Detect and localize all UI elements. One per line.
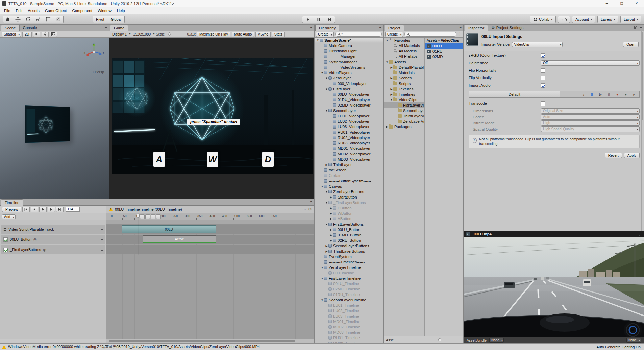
game-viewport[interactable]: press "Spacebar" to start A W D xyxy=(109,38,314,199)
scrollbar-thumb[interactable] xyxy=(642,32,643,120)
disclosure-arrow-icon[interactable]: ▼ xyxy=(325,88,328,91)
apply-button[interactable]: Apply xyxy=(624,153,640,158)
project-folder[interactable]: ▶ DefaultPlayables xyxy=(384,65,424,70)
hierarchy-item[interactable]: ▶ WButton xyxy=(315,211,383,216)
tab-project-settings[interactable]: ⚙Project Settings xyxy=(488,24,527,31)
disclosure-arrow-icon[interactable]: ▼ xyxy=(320,266,324,269)
hierarchy-item[interactable]: ▼ FirstLayerButtons xyxy=(315,221,383,227)
hierarchy-item[interactable]: MD02_Videoplayer xyxy=(315,151,383,157)
webgl-platform-icon[interactable]: ● xyxy=(614,92,621,97)
move-tool-icon[interactable] xyxy=(13,16,23,23)
track-active-checkbox[interactable] xyxy=(3,248,8,252)
disclosure-arrow-icon[interactable]: ▶ xyxy=(390,88,393,91)
disclosure-arrow-icon[interactable]: ▶ xyxy=(329,239,333,242)
edit-mode-replace-icon[interactable] xyxy=(151,214,155,219)
marker-toggle-icon[interactable] xyxy=(156,214,161,219)
panel-menu-icon[interactable]: ≡ xyxy=(460,25,462,29)
default-platform-icon[interactable]: ↓ xyxy=(580,92,587,97)
project-asset[interactable]: 01RU xyxy=(425,49,463,54)
rotate-tool-icon[interactable] xyxy=(23,16,33,23)
timeline-hscrollbar[interactable] xyxy=(106,339,314,343)
disclosure-arrow-icon[interactable]: ▶ xyxy=(325,163,328,166)
timeline-clip-area[interactable]: 00LU Active xyxy=(106,225,314,339)
track-menu-icon[interactable]: ≡ xyxy=(101,237,103,241)
panel-menu-icon[interactable]: ≡ xyxy=(310,25,312,29)
flip-horizontally-checkbox[interactable] xyxy=(541,68,545,73)
hierarchy-item[interactable]: ▼ FirstLayerTimeline xyxy=(315,276,383,281)
hierarchy-item[interactable]: EventSystem xyxy=(315,254,383,259)
hierarchy-item[interactable]: 01RU_Timeline xyxy=(315,292,383,297)
track-active-checkbox[interactable] xyxy=(3,237,8,242)
pivot-toggle[interactable]: Pivot xyxy=(93,16,107,23)
transcode-checkbox[interactable] xyxy=(541,101,545,106)
tvos-platform-icon[interactable]: tv xyxy=(597,92,604,97)
hierarchy-item[interactable]: MD03_Videoplayer xyxy=(315,157,383,162)
hierarchy-item[interactable]: MD01_Videoplayer xyxy=(315,146,383,151)
assetbundle-variant-dropdown[interactable]: None xyxy=(626,338,641,343)
standalone-platform-icon[interactable]: ⊞ xyxy=(589,92,595,97)
disclosure-arrow-icon[interactable]: ▶ xyxy=(325,244,328,248)
disclosure-arrow-icon[interactable]: ▶ xyxy=(390,93,393,96)
hierarchy-item[interactable]: theScreen xyxy=(315,167,383,173)
hierarchy-item[interactable]: ▼ FisrtLayer xyxy=(315,86,383,92)
disclosure-arrow-icon[interactable]: ▼ xyxy=(325,201,328,204)
tab-inspector[interactable]: Inspector xyxy=(465,25,488,31)
resolution-dropdown[interactable]: 1920x1080 xyxy=(132,32,154,36)
menu-item[interactable]: File xyxy=(1,7,13,14)
transform-tool-icon[interactable] xyxy=(53,16,64,23)
global-toggle[interactable]: Global xyxy=(107,16,125,23)
disclosure-arrow-icon[interactable]: ▶ xyxy=(329,217,333,220)
disclosure-arrow-icon[interactable]: ▼ xyxy=(320,299,324,302)
hierarchy-item[interactable]: ---------VideoSystems----- xyxy=(315,65,383,70)
hierarchy-item[interactable]: 00LU_Videoplayer xyxy=(315,92,383,97)
menu-item[interactable]: Assets xyxy=(25,7,42,14)
search-by-type-icon[interactable]: ⋮ xyxy=(458,32,462,37)
project-folder[interactable]: All Materials xyxy=(384,43,424,48)
step-button[interactable] xyxy=(324,16,335,23)
project-folder[interactable]: ▼ Favorites xyxy=(384,38,424,43)
disclosure-arrow-icon[interactable]: ▼ xyxy=(320,185,324,188)
scene-effects-dropdown-icon[interactable] xyxy=(50,32,57,37)
tab-console[interactable]: Console xyxy=(20,24,41,31)
disclosure-arrow-icon[interactable]: ▶ xyxy=(329,212,333,215)
go-to-end-button[interactable] xyxy=(56,207,64,212)
hierarchy-item[interactable]: 02MD_Videoplayer xyxy=(315,102,383,108)
persp-label[interactable]: ‹Persp xyxy=(93,70,104,74)
hierarchy-item[interactable]: ▼ SampleScene* xyxy=(315,38,383,43)
project-folder[interactable]: ThirdLayerVideoClips xyxy=(384,113,424,119)
menu-item[interactable]: Edit xyxy=(13,7,25,14)
hierarchy-item[interactable]: MD01_Timeline xyxy=(315,319,383,324)
project-folder[interactable]: ▶ Scenes xyxy=(384,75,424,81)
hierarchy-item[interactable]: ▼ Canvas xyxy=(315,184,383,189)
preview-menu-icon[interactable]: ⋮ xyxy=(638,232,641,236)
project-folder[interactable]: All Prefabs xyxy=(384,54,424,59)
timeline-play-button[interactable] xyxy=(39,207,47,212)
hierarchy-item[interactable]: ▶ 00LU_Button xyxy=(315,227,383,232)
disclosure-arrow-icon[interactable]: ▼ xyxy=(320,71,324,74)
vsync-toggle[interactable]: VSync xyxy=(255,32,270,37)
disclosure-arrow-icon[interactable]: ▼ xyxy=(385,39,389,42)
lock-icon[interactable] xyxy=(634,27,636,29)
hierarchy-item[interactable]: ▶ ThridLayerButtons xyxy=(315,249,383,254)
disclosure-arrow-icon[interactable]: ▼ xyxy=(320,277,324,280)
disclosure-arrow-icon[interactable]: ▼ xyxy=(390,98,393,101)
hierarchy-item[interactable]: Directional Light xyxy=(315,48,383,54)
clip-00lu[interactable]: 00LU xyxy=(122,225,216,233)
add-track-dropdown[interactable]: Add xyxy=(2,214,16,219)
scale-tool-icon[interactable] xyxy=(33,16,43,23)
assetbundle-dropdown[interactable]: None xyxy=(489,338,504,343)
disclosure-arrow-icon[interactable]: ▶ xyxy=(329,196,333,199)
hierarchy-item[interactable]: 02MD_Timeline xyxy=(315,286,383,292)
hand-tool-icon[interactable] xyxy=(3,16,13,23)
hierarchy-item[interactable]: 01RU_Videoplayer xyxy=(315,97,383,102)
menu-item[interactable]: Help xyxy=(114,7,128,14)
ios-platform-icon[interactable]: ▯ xyxy=(605,92,612,97)
rect-tool-icon[interactable] xyxy=(43,16,53,23)
import-audio-checkbox[interactable] xyxy=(541,83,545,88)
stats-toggle[interactable]: Stats xyxy=(272,32,285,37)
project-folder[interactable]: FisrtLayerVideoClips xyxy=(384,102,424,108)
tab-scene[interactable]: Scene xyxy=(1,25,20,31)
track-header-video-script[interactable]: ≣ Video Script Playable Track ≡ xyxy=(1,225,105,234)
project-folder[interactable]: ZeroLayerVideoClips xyxy=(384,119,424,124)
preview-header[interactable]: 00LU.mp4 ⋮ xyxy=(464,231,644,237)
